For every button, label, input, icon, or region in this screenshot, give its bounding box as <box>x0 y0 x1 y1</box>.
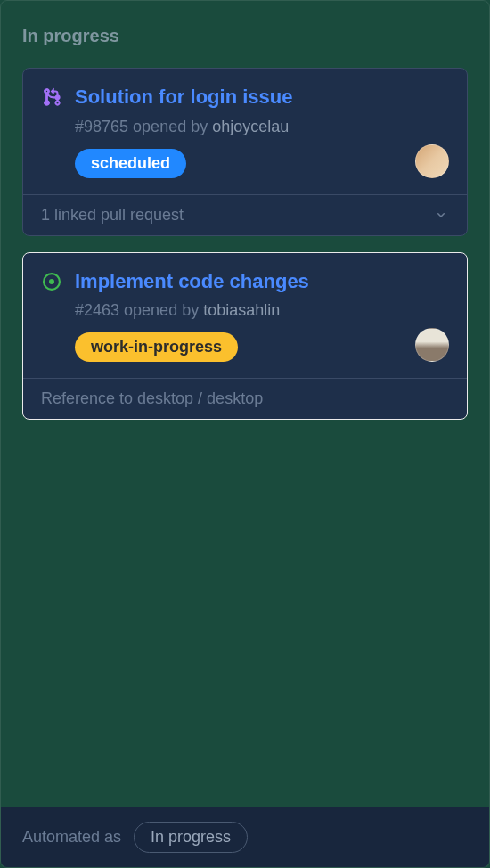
issue-card[interactable]: Solution for login issue #98765 opened b… <box>22 68 468 236</box>
card-body: Solution for login issue #98765 opened b… <box>23 69 467 194</box>
issue-open-icon <box>41 271 62 292</box>
card-footer[interactable]: Reference to desktop / desktop <box>23 378 467 419</box>
card-body: Implement code changes #2463 opened by t… <box>23 253 467 379</box>
card-title-row: Solution for login issue <box>41 85 449 111</box>
card-footer[interactable]: 1 linked pull request <box>23 194 467 235</box>
label-wip[interactable]: work-in-progress <box>75 332 238 362</box>
card-title-link[interactable]: Implement code changes <box>75 269 309 295</box>
card-title-row: Implement code changes <box>41 269 449 295</box>
status-pill[interactable]: In progress <box>134 822 248 853</box>
svg-point-1 <box>49 279 54 284</box>
issue-number: #98765 <box>75 118 128 135</box>
automation-bar: Automated as In progress <box>1 807 489 867</box>
avatar[interactable] <box>415 144 449 178</box>
issue-card[interactable]: Implement code changes #2463 opened by t… <box>22 252 468 421</box>
label-scheduled[interactable]: scheduled <box>75 149 186 178</box>
card-title-link[interactable]: Solution for login issue <box>75 85 292 111</box>
card-meta: #98765 opened by ohjoycelau <box>75 118 449 136</box>
card-meta: #2463 opened by tobiasahlin <box>75 301 449 320</box>
automated-as-text: Automated as <box>22 828 121 847</box>
pull-request-icon <box>41 86 62 108</box>
chevron-down-icon <box>433 207 449 223</box>
opened-by-text: opened by <box>124 301 199 319</box>
opened-by-text: opened by <box>133 118 208 135</box>
board-column: In progress Solution for login issue #98… <box>1 1 489 867</box>
author-link[interactable]: ohjoycelau <box>212 118 289 135</box>
label-row: scheduled <box>75 149 449 178</box>
column-title: In progress <box>22 26 468 46</box>
author-link[interactable]: tobiasahlin <box>203 301 280 319</box>
label-row: work-in-progress <box>75 332 449 362</box>
issue-number: #2463 <box>75 301 119 319</box>
avatar[interactable] <box>415 328 449 362</box>
reference-text: Reference to desktop / desktop <box>41 389 263 408</box>
linked-pr-text: 1 linked pull request <box>41 206 184 225</box>
